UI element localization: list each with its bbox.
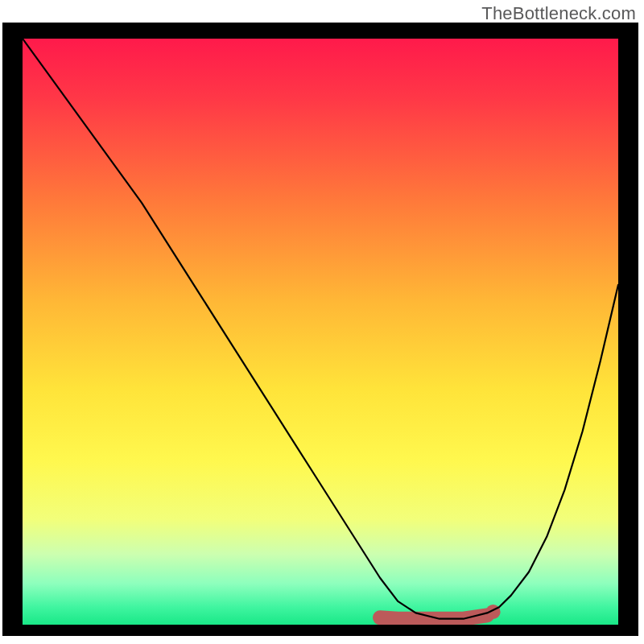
chart-stage: TheBottleneck.com bbox=[0, 0, 644, 644]
plot-svg bbox=[23, 39, 618, 625]
chart-frame bbox=[2, 23, 638, 636]
gradient-background bbox=[23, 39, 618, 625]
watermark-text: TheBottleneck.com bbox=[481, 3, 636, 24]
plot-area bbox=[23, 39, 618, 625]
